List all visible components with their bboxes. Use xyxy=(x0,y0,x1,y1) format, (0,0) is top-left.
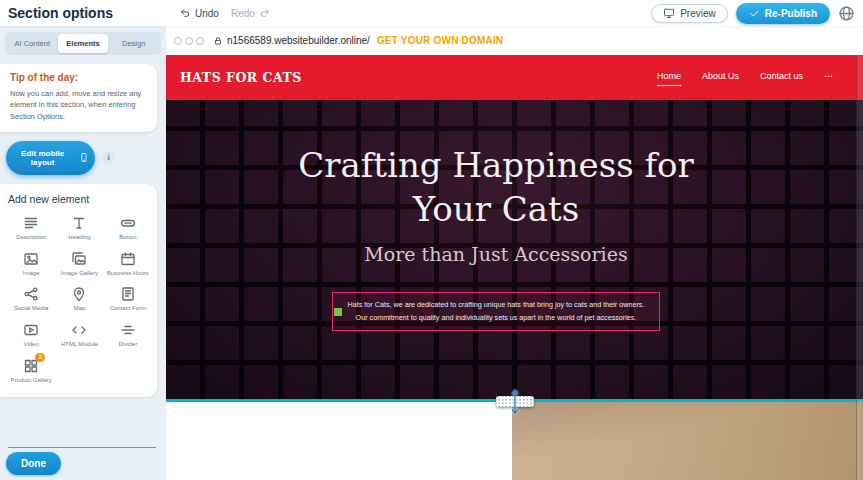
window-dot-icon xyxy=(196,37,204,45)
element-label: Image xyxy=(23,270,40,278)
hero-section[interactable]: Crafting Happiness for Your Cats More th… xyxy=(166,100,863,402)
edit-mobile-layout-button[interactable]: Edit mobile layout xyxy=(6,141,95,175)
info-icon: i xyxy=(107,153,109,162)
monitor-icon xyxy=(663,7,675,19)
hero-content: Crafting Happiness for Your Cats More th… xyxy=(166,100,863,399)
resize-handle-left[interactable] xyxy=(334,308,342,316)
site-preview: n1566589.websitebuilder.online/ GET YOUR… xyxy=(166,26,863,480)
check-icon xyxy=(749,8,760,19)
image-gallery-icon xyxy=(71,251,87,267)
code-icon xyxy=(71,322,87,338)
new-count-badge: 2 xyxy=(35,353,45,362)
edit-mobile-layout-label: Edit mobile layout xyxy=(12,149,73,167)
element-label: HTML Module xyxy=(61,341,98,349)
redo-label: Redo xyxy=(231,8,255,19)
next-section-image[interactable] xyxy=(512,402,863,480)
section-resize-handle[interactable] xyxy=(496,396,534,407)
browser-bar: n1566589.websitebuilder.online/ GET YOUR… xyxy=(166,26,863,55)
get-your-own-domain-link[interactable]: GET YOUR OWN DOMAIN xyxy=(377,35,503,46)
element-item-divider[interactable]: Divider xyxy=(105,322,151,349)
element-label: Product Gallery xyxy=(10,377,51,385)
info-button[interactable]: i xyxy=(102,151,115,164)
window-dot-icon xyxy=(185,37,193,45)
undo-label: Undo xyxy=(195,8,219,19)
redo-icon xyxy=(259,7,271,19)
page-title: Section options xyxy=(8,5,113,21)
republish-label: Re-Publish xyxy=(765,8,817,19)
preview-scrollbar[interactable] xyxy=(856,55,863,480)
nav-item-about-us[interactable]: About Us xyxy=(702,71,739,84)
button-icon xyxy=(120,215,136,231)
hero-description: Hats for Cats, we are dedicated to craft… xyxy=(341,299,651,324)
globe-icon xyxy=(838,5,855,22)
lock-icon xyxy=(213,36,223,46)
preview-button[interactable]: Preview xyxy=(651,4,728,23)
tip-body: Now you can add, move and resize any ele… xyxy=(10,88,147,122)
hero-description-textbox[interactable]: Hats for Cats, we are dedicated to craft… xyxy=(332,292,660,331)
add-element-panel: Add new element Description Heading Butt… xyxy=(0,184,157,397)
app: Section options Undo Redo Preview Re-Pub… xyxy=(0,0,863,480)
element-item-social-media[interactable]: Social Media xyxy=(8,286,54,313)
share-icon xyxy=(23,286,39,302)
nav-item-home[interactable]: Home xyxy=(657,71,681,84)
element-label: Map xyxy=(74,305,86,313)
element-item-image[interactable]: Image xyxy=(8,251,54,278)
video-icon xyxy=(23,322,39,338)
element-label: Button xyxy=(119,234,136,242)
sidebar-divider xyxy=(8,447,156,448)
hero-heading[interactable]: Crafting Happiness for Your Cats xyxy=(261,144,731,231)
element-label: Business Hours xyxy=(107,270,149,278)
description-icon xyxy=(23,215,39,231)
business-hours-icon xyxy=(120,251,136,267)
element-item-description[interactable]: Description xyxy=(8,215,54,242)
image-icon xyxy=(23,251,39,267)
resize-vertical-arrow-icon xyxy=(510,389,520,415)
republish-button[interactable]: Re-Publish xyxy=(736,3,830,24)
element-label: Heading xyxy=(68,234,90,242)
element-item-product-gallery[interactable]: 2 Product Gallery xyxy=(8,358,54,385)
preview-label: Preview xyxy=(680,8,716,19)
sidebar: AI Content Elements Design Tip of the da… xyxy=(0,26,166,480)
tab-design[interactable]: Design xyxy=(108,34,159,53)
site-logo[interactable]: HATS FOR CATS xyxy=(180,70,302,85)
element-item-button[interactable]: Button xyxy=(105,215,151,242)
sidebar-tabs: AI Content Elements Design xyxy=(5,32,161,55)
tab-ai-content[interactable]: AI Content xyxy=(7,34,58,53)
hero-subheading[interactable]: More than Just Accessories xyxy=(364,243,627,265)
element-label: Contact Form xyxy=(110,305,146,313)
element-item-image-gallery[interactable]: Image Gallery xyxy=(56,251,102,278)
heading-icon xyxy=(71,215,87,231)
nav-item-contact-us[interactable]: Contact us xyxy=(760,71,803,84)
element-item-html-module[interactable]: HTML Module xyxy=(56,322,102,349)
element-item-heading[interactable]: Heading xyxy=(56,215,102,242)
element-item-contact-form[interactable]: Contact Form xyxy=(105,286,151,313)
site-header: HATS FOR CATS Home About Us Contact us ⋯ xyxy=(166,55,863,100)
history-controls: Undo Redo xyxy=(179,7,271,19)
tab-elements[interactable]: Elements xyxy=(58,34,109,53)
undo-button[interactable]: Undo xyxy=(179,7,219,19)
tip-title: Tip of the day: xyxy=(10,72,147,83)
site-nav: Home About Us Contact us ⋯ xyxy=(657,71,833,84)
mobile-layout-row: Edit mobile layout i xyxy=(6,141,166,175)
topbar: Section options Undo Redo Preview Re-Pub… xyxy=(0,0,863,26)
site-url: n1566589.websitebuilder.online/ xyxy=(227,35,370,46)
done-button[interactable]: Done xyxy=(6,452,61,475)
nav-more-icon[interactable]: ⋯ xyxy=(824,71,833,84)
element-item-video[interactable]: Video xyxy=(8,322,54,349)
contact-form-icon xyxy=(120,286,136,302)
language-globe-button[interactable] xyxy=(838,5,855,22)
tip-of-the-day-card: Tip of the day: Now you can add, move an… xyxy=(0,64,157,132)
window-dot-icon xyxy=(174,37,182,45)
divider-icon xyxy=(120,322,136,338)
element-label: Description xyxy=(16,234,46,242)
element-label: Social Media xyxy=(14,305,48,313)
element-item-business-hours[interactable]: Business Hours xyxy=(105,251,151,278)
element-grid: Description Heading Button Image Image G… xyxy=(8,215,151,385)
element-label: Divider xyxy=(118,341,137,349)
undo-icon xyxy=(179,7,191,19)
element-label: Video xyxy=(24,341,39,349)
element-item-map[interactable]: Map xyxy=(56,286,102,313)
add-element-title: Add new element xyxy=(8,193,151,205)
redo-button[interactable]: Redo xyxy=(231,7,271,19)
element-label: Image Gallery xyxy=(61,270,98,278)
